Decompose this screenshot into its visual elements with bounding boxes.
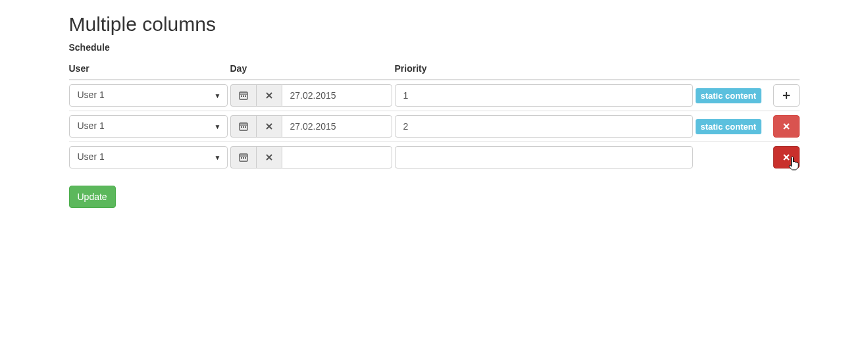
plus-icon [782,91,791,100]
close-icon [782,153,791,162]
table-row: User 1 ▼ [69,111,800,142]
table-row: User 1 ▼ [69,142,800,173]
svg-rect-3 [243,95,244,97]
user-select[interactable]: User 1 [69,146,228,168]
calendar-icon [239,153,248,162]
close-icon [265,91,274,100]
svg-rect-4 [245,95,246,97]
calendar-button[interactable] [230,115,256,138]
svg-rect-22 [245,157,246,159]
page-title: Multiple columns [69,13,800,36]
remove-row-button[interactable] [773,146,800,168]
static-content-badge: static content [696,119,762,134]
close-icon [265,122,274,131]
svg-rect-21 [243,157,244,159]
calendar-button[interactable] [230,146,256,168]
section-label: Schedule [69,42,800,53]
svg-rect-11 [241,126,242,128]
header-user: User [69,58,230,80]
user-select[interactable]: User 1 [69,115,228,138]
static-content-badge: static content [696,88,762,103]
svg-rect-13 [245,126,246,128]
update-button[interactable]: Update [69,186,116,208]
svg-rect-12 [243,126,244,128]
clear-date-button[interactable] [256,115,282,138]
clear-date-button[interactable] [256,84,282,107]
calendar-button[interactable] [230,84,256,107]
priority-input[interactable] [395,84,693,107]
calendar-icon [239,122,248,131]
priority-input[interactable] [395,146,693,168]
remove-row-button[interactable] [773,115,800,138]
table-row: User 1 ▼ [69,80,800,111]
day-input[interactable] [282,146,392,168]
add-row-button[interactable] [773,84,800,107]
schedule-table: User Day Priority User 1 ▼ [69,58,800,172]
header-priority: Priority [395,58,696,80]
close-icon [265,153,274,162]
svg-rect-2 [241,95,242,97]
priority-input[interactable] [395,115,693,138]
day-input[interactable] [282,115,392,138]
clear-date-button[interactable] [256,146,282,168]
day-input[interactable] [282,84,392,107]
user-select[interactable]: User 1 [69,84,228,107]
calendar-icon [239,91,248,100]
svg-rect-20 [241,157,242,159]
close-icon [782,122,791,131]
header-day: Day [230,58,395,80]
